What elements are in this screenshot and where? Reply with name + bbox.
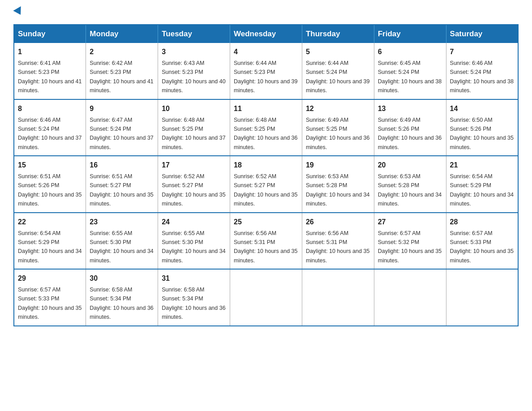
day-info: Sunrise: 6:42 AMSunset: 5:23 PMDaylight:… bbox=[90, 60, 153, 94]
day-number: 7 bbox=[450, 47, 514, 57]
calendar-cell: 19 Sunrise: 6:53 AMSunset: 5:28 PMDaylig… bbox=[302, 156, 374, 213]
day-number: 18 bbox=[234, 160, 298, 171]
day-number: 26 bbox=[306, 217, 370, 227]
day-number: 13 bbox=[378, 103, 442, 114]
calendar-cell: 5 Sunrise: 6:44 AMSunset: 5:24 PMDayligh… bbox=[302, 43, 374, 99]
day-info: Sunrise: 6:57 AMSunset: 5:33 PMDaylight:… bbox=[18, 287, 82, 320]
day-info: Sunrise: 6:47 AMSunset: 5:24 PMDaylight:… bbox=[90, 117, 153, 150]
calendar-cell: 18 Sunrise: 6:52 AMSunset: 5:27 PMDaylig… bbox=[230, 156, 302, 213]
day-number: 17 bbox=[162, 160, 226, 171]
day-number: 5 bbox=[306, 47, 370, 57]
day-number: 10 bbox=[162, 103, 226, 114]
day-header-wednesday: Wednesday bbox=[230, 25, 302, 43]
day-info: Sunrise: 6:48 AMSunset: 5:25 PMDaylight:… bbox=[234, 117, 297, 150]
day-number: 15 bbox=[18, 160, 82, 171]
calendar-week-5: 29 Sunrise: 6:57 AMSunset: 5:33 PMDaylig… bbox=[14, 269, 518, 326]
day-info: Sunrise: 6:45 AMSunset: 5:24 PMDaylight:… bbox=[378, 60, 442, 94]
calendar-cell: 8 Sunrise: 6:46 AMSunset: 5:24 PMDayligh… bbox=[14, 99, 86, 156]
day-header-saturday: Saturday bbox=[446, 25, 518, 43]
calendar-week-4: 22 Sunrise: 6:54 AMSunset: 5:29 PMDaylig… bbox=[14, 213, 518, 270]
calendar-cell: 26 Sunrise: 6:56 AMSunset: 5:31 PMDaylig… bbox=[302, 213, 374, 270]
day-info: Sunrise: 6:53 AMSunset: 5:28 PMDaylight:… bbox=[378, 173, 442, 207]
day-info: Sunrise: 6:55 AMSunset: 5:30 PMDaylight:… bbox=[90, 230, 153, 264]
day-info: Sunrise: 6:52 AMSunset: 5:27 PMDaylight:… bbox=[162, 173, 225, 207]
calendar-cell: 17 Sunrise: 6:52 AMSunset: 5:27 PMDaylig… bbox=[158, 156, 230, 213]
day-info: Sunrise: 6:46 AMSunset: 5:24 PMDaylight:… bbox=[18, 117, 82, 150]
day-number: 30 bbox=[90, 273, 154, 284]
day-number: 28 bbox=[450, 217, 514, 227]
day-number: 1 bbox=[18, 47, 82, 57]
day-info: Sunrise: 6:54 AMSunset: 5:29 PMDaylight:… bbox=[18, 230, 82, 264]
day-info: Sunrise: 6:54 AMSunset: 5:29 PMDaylight:… bbox=[450, 173, 514, 207]
day-number: 27 bbox=[378, 217, 442, 227]
day-header-thursday: Thursday bbox=[302, 25, 374, 43]
day-number: 16 bbox=[90, 160, 154, 171]
calendar-cell: 16 Sunrise: 6:51 AMSunset: 5:27 PMDaylig… bbox=[86, 156, 158, 213]
calendar-cell bbox=[302, 269, 374, 326]
logo bbox=[13, 9, 23, 16]
day-header-monday: Monday bbox=[86, 25, 158, 43]
calendar-cell: 4 Sunrise: 6:44 AMSunset: 5:23 PMDayligh… bbox=[230, 43, 302, 99]
calendar-cell: 21 Sunrise: 6:54 AMSunset: 5:29 PMDaylig… bbox=[446, 156, 518, 213]
calendar-cell bbox=[374, 269, 446, 326]
calendar-cell: 23 Sunrise: 6:55 AMSunset: 5:30 PMDaylig… bbox=[86, 213, 158, 270]
day-number: 11 bbox=[234, 103, 298, 114]
day-info: Sunrise: 6:55 AMSunset: 5:30 PMDaylight:… bbox=[162, 230, 225, 264]
day-info: Sunrise: 6:57 AMSunset: 5:33 PMDaylight:… bbox=[450, 230, 514, 264]
day-info: Sunrise: 6:43 AMSunset: 5:23 PMDaylight:… bbox=[162, 60, 225, 94]
calendar-cell: 10 Sunrise: 6:48 AMSunset: 5:25 PMDaylig… bbox=[158, 99, 230, 156]
day-number: 24 bbox=[162, 217, 226, 227]
calendar-cell: 7 Sunrise: 6:46 AMSunset: 5:24 PMDayligh… bbox=[446, 43, 518, 99]
day-info: Sunrise: 6:52 AMSunset: 5:27 PMDaylight:… bbox=[234, 173, 297, 207]
day-info: Sunrise: 6:44 AMSunset: 5:23 PMDaylight:… bbox=[234, 60, 297, 94]
day-number: 22 bbox=[18, 217, 82, 227]
day-info: Sunrise: 6:44 AMSunset: 5:24 PMDaylight:… bbox=[306, 60, 369, 94]
logo-triangle-icon bbox=[13, 6, 24, 17]
calendar-cell: 25 Sunrise: 6:56 AMSunset: 5:31 PMDaylig… bbox=[230, 213, 302, 270]
day-number: 9 bbox=[90, 103, 154, 114]
day-info: Sunrise: 6:48 AMSunset: 5:25 PMDaylight:… bbox=[162, 117, 225, 150]
calendar-cell: 3 Sunrise: 6:43 AMSunset: 5:23 PMDayligh… bbox=[158, 43, 230, 99]
day-header-sunday: Sunday bbox=[14, 25, 86, 43]
day-header-friday: Friday bbox=[374, 25, 446, 43]
day-info: Sunrise: 6:50 AMSunset: 5:26 PMDaylight:… bbox=[450, 117, 514, 150]
calendar-cell: 29 Sunrise: 6:57 AMSunset: 5:33 PMDaylig… bbox=[14, 269, 86, 326]
day-header-tuesday: Tuesday bbox=[158, 25, 230, 43]
calendar-cell: 27 Sunrise: 6:57 AMSunset: 5:32 PMDaylig… bbox=[374, 213, 446, 270]
calendar-cell: 30 Sunrise: 6:58 AMSunset: 5:34 PMDaylig… bbox=[86, 269, 158, 326]
calendar-cell: 15 Sunrise: 6:51 AMSunset: 5:26 PMDaylig… bbox=[14, 156, 86, 213]
day-info: Sunrise: 6:58 AMSunset: 5:34 PMDaylight:… bbox=[90, 287, 153, 320]
day-number: 23 bbox=[90, 217, 154, 227]
day-info: Sunrise: 6:53 AMSunset: 5:28 PMDaylight:… bbox=[306, 173, 369, 207]
day-number: 20 bbox=[378, 160, 442, 171]
calendar-cell: 31 Sunrise: 6:58 AMSunset: 5:34 PMDaylig… bbox=[158, 269, 230, 326]
day-number: 6 bbox=[378, 47, 442, 57]
day-number: 25 bbox=[234, 217, 298, 227]
day-info: Sunrise: 6:58 AMSunset: 5:34 PMDaylight:… bbox=[162, 287, 225, 320]
day-number: 8 bbox=[18, 103, 82, 114]
day-number: 3 bbox=[162, 47, 226, 57]
calendar-cell: 6 Sunrise: 6:45 AMSunset: 5:24 PMDayligh… bbox=[374, 43, 446, 99]
calendar-table: SundayMondayTuesdayWednesdayThursdayFrid… bbox=[13, 24, 519, 326]
day-number: 14 bbox=[450, 103, 514, 114]
calendar-cell: 14 Sunrise: 6:50 AMSunset: 5:26 PMDaylig… bbox=[446, 99, 518, 156]
calendar-cell: 11 Sunrise: 6:48 AMSunset: 5:25 PMDaylig… bbox=[230, 99, 302, 156]
day-info: Sunrise: 6:41 AMSunset: 5:23 PMDaylight:… bbox=[18, 60, 82, 94]
calendar-week-3: 15 Sunrise: 6:51 AMSunset: 5:26 PMDaylig… bbox=[14, 156, 518, 213]
day-info: Sunrise: 6:51 AMSunset: 5:26 PMDaylight:… bbox=[18, 173, 82, 207]
calendar-week-1: 1 Sunrise: 6:41 AMSunset: 5:23 PMDayligh… bbox=[14, 43, 518, 99]
calendar-cell bbox=[446, 269, 518, 326]
day-number: 29 bbox=[18, 273, 82, 284]
page-header bbox=[13, 9, 519, 16]
calendar-cell: 28 Sunrise: 6:57 AMSunset: 5:33 PMDaylig… bbox=[446, 213, 518, 270]
day-number: 4 bbox=[234, 47, 298, 57]
calendar-cell: 9 Sunrise: 6:47 AMSunset: 5:24 PMDayligh… bbox=[86, 99, 158, 156]
calendar-header: SundayMondayTuesdayWednesdayThursdayFrid… bbox=[14, 25, 518, 43]
day-number: 19 bbox=[306, 160, 370, 171]
calendar-cell: 12 Sunrise: 6:49 AMSunset: 5:25 PMDaylig… bbox=[302, 99, 374, 156]
day-info: Sunrise: 6:57 AMSunset: 5:32 PMDaylight:… bbox=[378, 230, 442, 264]
day-number: 21 bbox=[450, 160, 514, 171]
calendar-cell: 13 Sunrise: 6:49 AMSunset: 5:26 PMDaylig… bbox=[374, 99, 446, 156]
calendar-cell bbox=[230, 269, 302, 326]
calendar-cell: 2 Sunrise: 6:42 AMSunset: 5:23 PMDayligh… bbox=[86, 43, 158, 99]
